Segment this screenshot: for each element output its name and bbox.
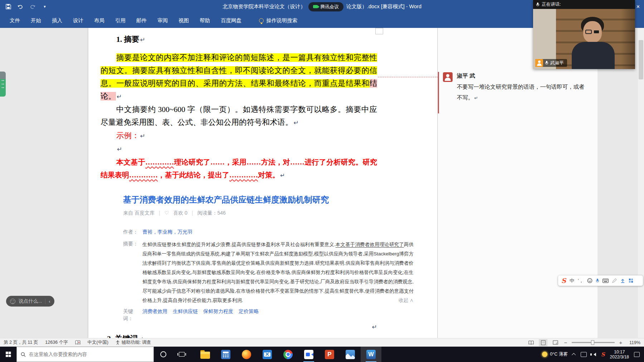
tab-design[interactable]: 设计 xyxy=(68,13,89,28)
tab-file[interactable]: 文件 xyxy=(4,13,25,28)
participant-icon xyxy=(535,59,543,67)
word-count[interactable]: 12636 个字 xyxy=(45,339,68,346)
tencent-meeting-button[interactable] xyxy=(298,347,319,362)
collapse-link[interactable]: 收起 ∧ xyxy=(399,296,414,305)
zoom-in-button[interactable]: + xyxy=(618,339,623,346)
author-label: 作者： xyxy=(123,228,142,235)
meeting-chat-bubble[interactable]: 说点什么... ‹ xyxy=(6,296,54,307)
weather-widget[interactable]: 0°C 薄雾 xyxy=(542,351,567,357)
author-names-link[interactable]: 曹裕，李业梅，万光羽 xyxy=(142,228,192,235)
article-like-count[interactable]: 喜欢 0 xyxy=(173,209,187,216)
firefox-button[interactable] xyxy=(236,347,257,362)
tab-view[interactable]: 视图 xyxy=(173,13,194,28)
article-title-link[interactable]: 基于消费者效用的生鲜农产品供应链生鲜度激励机制研究 xyxy=(123,194,415,205)
toolbox-grid-icon[interactable] xyxy=(629,278,633,284)
web-layout-icon[interactable] xyxy=(551,339,560,346)
speaking-label: 正在讲话: xyxy=(542,1,561,8)
scrollbar-thumb[interactable] xyxy=(639,40,643,79)
embedded-article-object[interactable]: 基于消费者效用的生鲜农产品供应链生鲜度激励机制研究 来自 百度文库 | ♡ 喜欢… xyxy=(123,194,415,322)
task-view-button[interactable] xyxy=(172,347,191,362)
keyword-link[interactable]: 消费者效用 xyxy=(142,308,167,322)
proofing-icon[interactable] xyxy=(75,340,80,345)
tray-expand-icon[interactable] xyxy=(572,353,576,357)
speaker-body xyxy=(572,42,615,69)
keyword-link[interactable]: 保鲜努力程度 xyxy=(203,308,233,322)
vertical-scrollbar[interactable] xyxy=(638,28,644,338)
keyword-link[interactable]: 生鲜供应链 xyxy=(173,308,198,322)
page-indicator[interactable]: 第 2 页，共 11 页 xyxy=(4,339,38,346)
zoom-percentage[interactable]: 119% xyxy=(627,340,640,345)
comment-author-name: 淑平 武 xyxy=(457,72,588,79)
tab-help[interactable]: 帮助 xyxy=(194,13,215,28)
keyboard-icon[interactable] xyxy=(602,278,609,284)
comment-card[interactable]: 淑平 武 不要写一堆论文研究背景的话语，一句话即可，或者不写。↵ xyxy=(443,72,595,103)
document-page[interactable]: 1. 摘要↵ 摘要是论文的内容不加注释和评论的简短陈述，是一篇具有独立性和完整性… xyxy=(88,28,437,338)
customize-qat-icon[interactable]: ▾ xyxy=(42,4,48,10)
accessibility-status[interactable]: 辅助功能: 调查 xyxy=(116,339,151,346)
close-window-button[interactable]: × xyxy=(634,0,642,13)
chinese-mode-icon[interactable]: 中 xyxy=(570,278,574,284)
comment-anchor-line xyxy=(438,72,439,113)
screen: ▾ 北京物资学院本科毕业论文（设计） 腾讯会议 论文版）.docx [兼容模式]… xyxy=(0,0,644,362)
punctuation-icon[interactable]: ’， xyxy=(578,278,584,284)
comment-text: 不要写一堆论文研究背景的话语，一句话即可，或者不写。↵ xyxy=(457,82,588,103)
file-explorer-button[interactable] xyxy=(195,347,215,362)
word-icon: W xyxy=(366,350,376,359)
sogou-tray-icon[interactable]: S xyxy=(601,351,605,358)
emoji-icon[interactable] xyxy=(587,278,592,284)
heart-icon[interactable]: ♡ xyxy=(165,209,169,216)
zoom-out-button[interactable]: − xyxy=(563,339,568,346)
tab-layout[interactable]: 布局 xyxy=(89,13,110,28)
meeting-video-overlay[interactable]: 正在讲话: 武淑平 xyxy=(533,0,635,69)
speaker-name-chip: 武淑平 xyxy=(535,59,567,67)
handwriting-icon[interactable] xyxy=(612,278,617,284)
cortana-button[interactable] xyxy=(154,347,172,362)
tray-time: 10:17 xyxy=(610,349,629,354)
smiley-icon xyxy=(10,299,15,304)
sogou-logo-icon[interactable]: S xyxy=(561,278,566,284)
read-mode-icon[interactable] xyxy=(527,339,535,346)
caret-up-icon: ∧ xyxy=(410,298,414,303)
skin-upload-icon[interactable] xyxy=(620,278,625,284)
keyword-link[interactable]: 定价策略 xyxy=(239,308,259,322)
tab-insert[interactable]: 插入 xyxy=(47,13,68,28)
tray-date: 2022/3/18 xyxy=(610,354,629,359)
tell-me-search[interactable]: 操作说明搜索 xyxy=(259,17,297,24)
shadow xyxy=(621,9,635,69)
photos-button[interactable] xyxy=(340,347,361,362)
voice-input-icon[interactable] xyxy=(596,278,599,284)
taskbar-search[interactable] xyxy=(16,347,154,362)
tab-references[interactable]: 引用 xyxy=(110,13,131,28)
article-meta-row: 来自 百度文库 | ♡ 喜欢 0 | 阅读量：546 xyxy=(123,209,415,216)
action-center-icon[interactable] xyxy=(634,352,640,357)
underlined-match-text: 本文基于消费者效用理论研究了 xyxy=(336,242,404,247)
volume-icon[interactable] xyxy=(592,353,596,356)
clock-widget[interactable]: 10:17 2022/3/18 xyxy=(610,349,629,359)
save-icon[interactable] xyxy=(5,4,11,10)
mail-button[interactable] xyxy=(257,347,278,362)
undo-icon[interactable] xyxy=(17,4,24,10)
word-status-bar: 第 2 页，共 11 页 12636 个字 中文(中国) 辅助功能: 调查 − xyxy=(0,338,644,347)
collapse-chevron-icon[interactable]: ‹ xyxy=(49,299,50,304)
language-indicator[interactable]: 中文(中国) xyxy=(88,339,108,346)
chrome-button[interactable] xyxy=(278,347,298,362)
tab-review[interactable]: 审阅 xyxy=(152,13,173,28)
tab-home[interactable]: 开始 xyxy=(25,13,47,28)
calculator-button[interactable] xyxy=(215,347,236,362)
start-button[interactable] xyxy=(0,347,16,362)
cortana-icon xyxy=(160,351,166,357)
zoom-slider-thumb[interactable] xyxy=(591,340,594,345)
zoom-slider[interactable] xyxy=(572,342,615,343)
network-icon[interactable] xyxy=(581,352,587,357)
paragraph-word-count-rule: 中文摘要约 300~600 字（限一页）。如遇特殊需要字数可以略多。摘要中应尽量… xyxy=(101,103,377,129)
powerpoint-button[interactable]: P xyxy=(319,347,340,362)
docked-panel-handle[interactable] xyxy=(0,72,6,97)
tab-baidu-netdisk[interactable]: 百度网盘 xyxy=(215,13,247,28)
tab-mailings[interactable]: 邮件 xyxy=(131,13,152,28)
search-input[interactable] xyxy=(29,352,147,357)
redo-icon[interactable] xyxy=(29,4,36,10)
tencent-meeting-pill[interactable]: 腾讯会议 xyxy=(308,2,343,11)
word-button[interactable]: W xyxy=(361,347,381,362)
paragraph-mark-icon: ↵ xyxy=(140,36,145,43)
print-layout-icon[interactable] xyxy=(539,339,547,346)
